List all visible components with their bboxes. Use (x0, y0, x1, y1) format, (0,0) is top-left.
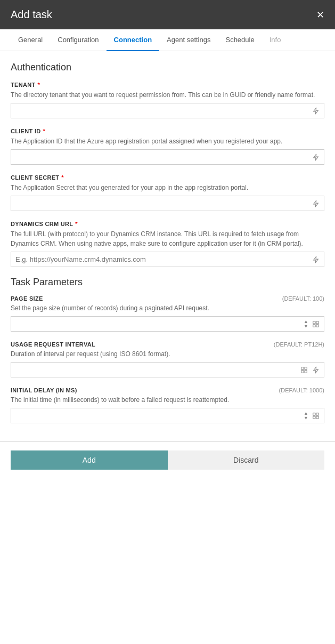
discard-button[interactable]: Discard (168, 450, 325, 470)
dialog-header: Add task ✕ (0, 0, 335, 29)
tenant-input[interactable] (11, 103, 308, 118)
page-size-default: (DEFAULT: 100) (282, 295, 324, 302)
tab-connection[interactable]: Connection (107, 29, 160, 51)
svg-rect-3 (316, 324, 318, 326)
tab-general[interactable]: General (11, 29, 50, 51)
initial-delay-spinner: ▲ ▼ (302, 411, 310, 421)
crm-url-input[interactable] (11, 252, 308, 267)
page-size-decrement[interactable]: ▼ (303, 324, 309, 329)
client-secret-bolt-icon[interactable] (308, 200, 324, 207)
tab-schedule[interactable]: Schedule (218, 29, 262, 51)
tab-configuration[interactable]: Configuration (50, 29, 106, 51)
client-id-description: The Application ID that the Azure app re… (11, 136, 324, 146)
svg-rect-7 (305, 370, 307, 372)
client-id-bolt-icon[interactable] (308, 154, 324, 161)
svg-rect-10 (313, 416, 315, 418)
page-size-input[interactable]: 100 (11, 317, 302, 331)
client-id-field-group: CLIENT ID* The Application ID that the A… (11, 128, 324, 165)
dialog-title: Add task (11, 9, 52, 21)
usage-request-interval-description: Duration of interval per request (using … (11, 349, 324, 359)
page-size-label: PAGE SIZE (11, 295, 43, 302)
initial-delay-input-wrapper: 1000 ▲ ▼ (11, 408, 324, 423)
tenant-field-group: TENANT* The directory tenant that you wa… (11, 82, 324, 118)
client-id-label: CLIENT ID* (11, 128, 324, 134)
add-button[interactable]: Add (11, 450, 168, 470)
initial-delay-decrement[interactable]: ▼ (303, 416, 309, 421)
client-id-input[interactable] (11, 150, 308, 164)
task-parameters-section: Task Parameters PAGE SIZE (DEFAULT: 100)… (11, 277, 324, 423)
tab-bar: General Configuration Connection Agent s… (0, 29, 335, 51)
page-size-icons: ▲ ▼ (302, 319, 324, 329)
usage-request-interval-group: USAGE REQUEST INTERVAL (DEFAULT: PT12H) … (11, 341, 324, 377)
tenant-input-wrapper (11, 103, 324, 118)
initial-delay-default: (DEFAULT: 1000) (279, 387, 324, 393)
page-size-description: Set the page size (number of records) du… (11, 303, 324, 313)
page-size-row: PAGE SIZE (DEFAULT: 100) (11, 295, 324, 302)
authentication-section: Authentication TENANT* The directory ten… (11, 62, 324, 267)
task-parameters-title: Task Parameters (11, 277, 324, 288)
client-secret-input-wrapper (11, 196, 324, 211)
usage-request-interval-input-wrapper: PT12h (11, 362, 324, 377)
page-size-spinner: ▲ ▼ (302, 319, 310, 329)
crm-url-description: The full URL (with protocol) to your Dyn… (11, 229, 324, 248)
usage-request-interval-row: USAGE REQUEST INTERVAL (DEFAULT: PT12H) (11, 341, 324, 348)
svg-rect-9 (316, 413, 318, 415)
initial-delay-description: The initial time (in milliseconds) to wa… (11, 395, 324, 405)
tab-agent-settings[interactable]: Agent settings (159, 29, 218, 51)
tenant-bolt-icon[interactable] (308, 107, 324, 115)
page-size-input-wrapper: 100 ▲ ▼ (11, 316, 324, 332)
usage-request-interval-icons (298, 366, 324, 374)
svg-rect-8 (313, 413, 315, 415)
svg-rect-6 (301, 370, 304, 372)
usage-request-interval-link-icon[interactable] (298, 366, 310, 374)
client-secret-field-group: CLIENT SECRET* The Application Secret th… (11, 174, 324, 211)
close-button[interactable]: ✕ (316, 10, 324, 20)
svg-rect-4 (301, 367, 304, 369)
dialog-footer: Add Discard (0, 441, 335, 478)
usage-request-interval-input[interactable]: PT12h (11, 363, 298, 377)
initial-delay-link-icon[interactable] (310, 412, 322, 420)
svg-rect-5 (305, 367, 307, 369)
client-secret-label: CLIENT SECRET* (11, 174, 324, 181)
svg-rect-11 (316, 416, 318, 418)
client-id-input-wrapper (11, 149, 324, 165)
usage-request-interval-label: USAGE REQUEST INTERVAL (11, 341, 95, 348)
page-size-link-icon[interactable] (310, 320, 322, 328)
svg-rect-2 (313, 324, 315, 326)
crm-url-bolt-icon[interactable] (308, 256, 324, 263)
crm-url-input-wrapper (11, 252, 324, 267)
tenant-description: The directory tenant that you want to re… (11, 90, 324, 100)
authentication-title: Authentication (11, 62, 324, 73)
initial-delay-label: INITIAL DELAY (IN MS) (11, 387, 77, 393)
svg-rect-0 (313, 321, 315, 323)
usage-request-interval-default: (DEFAULT: PT12H) (274, 341, 324, 348)
initial-delay-input[interactable]: 1000 (11, 408, 302, 423)
client-secret-description: The Application Secret that you generate… (11, 183, 324, 192)
crm-url-label: DYNAMICS CRM URL* (11, 221, 324, 227)
initial-delay-row: INITIAL DELAY (IN MS) (DEFAULT: 1000) (11, 387, 324, 393)
usage-request-interval-bolt-icon[interactable] (310, 366, 322, 374)
crm-url-field-group: DYNAMICS CRM URL* The full URL (with pro… (11, 221, 324, 267)
content-area: Authentication TENANT* The directory ten… (0, 51, 335, 433)
tab-info: Info (262, 29, 289, 51)
client-secret-input[interactable] (11, 196, 308, 211)
tenant-label: TENANT* (11, 82, 324, 88)
initial-delay-group: INITIAL DELAY (IN MS) (DEFAULT: 1000) Th… (11, 387, 324, 423)
initial-delay-icons: ▲ ▼ (302, 411, 324, 421)
page-size-group: PAGE SIZE (DEFAULT: 100) Set the page si… (11, 295, 324, 332)
svg-rect-1 (316, 321, 318, 323)
